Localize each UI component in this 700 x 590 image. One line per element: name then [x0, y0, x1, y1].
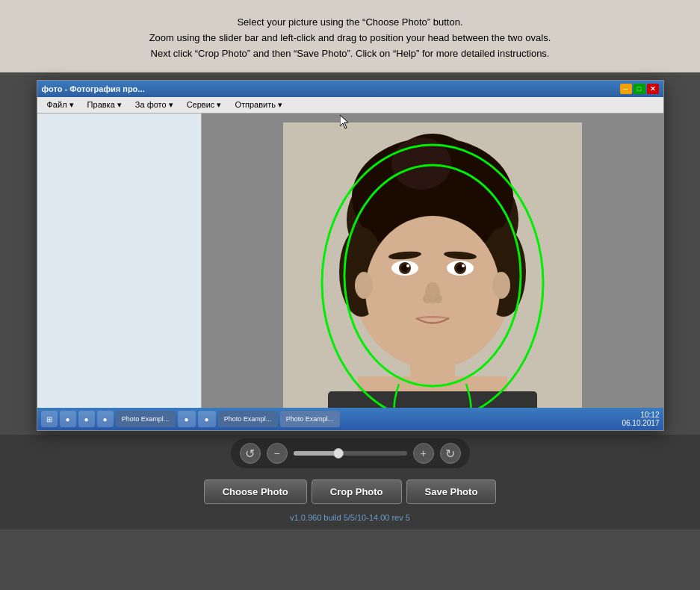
- app-content: [37, 114, 663, 430]
- photo-display-area[interactable]: [202, 114, 663, 430]
- app-menubar: Файл ▾ Правка ▾ За фото ▾ Сервис ▾ Отпра…: [37, 97, 663, 114]
- menu-edit[interactable]: Правка ▾: [81, 99, 128, 111]
- maximize-button[interactable]: □: [634, 84, 645, 94]
- taskbar-icon-4[interactable]: ●: [178, 411, 196, 427]
- menu-service[interactable]: Сервис ▾: [181, 99, 228, 111]
- svg-point-24: [423, 294, 432, 303]
- taskbar-icon-3[interactable]: ●: [97, 411, 114, 427]
- choose-photo-button[interactable]: Choose Photo: [204, 479, 307, 504]
- photo-svg: [283, 122, 582, 421]
- close-button[interactable]: ✕: [647, 84, 659, 94]
- bottom-buttons-area: Choose Photo Crop Photo Save Photo: [0, 472, 700, 510]
- instructions-panel: Select your picture using the “Choose Ph…: [0, 0, 700, 72]
- svg-point-22: [462, 264, 465, 267]
- app-window: фото - Фотография про... ─ □ ✕ Файл ▾ Пр…: [37, 80, 664, 431]
- crop-photo-button[interactable]: Crop Photo: [312, 479, 402, 504]
- minimize-button[interactable]: ─: [620, 84, 632, 94]
- taskbar-left: ⊞ ● ● ● Photo Exampl... ● ● Photo Exampl…: [41, 411, 340, 427]
- svg-point-26: [355, 272, 373, 299]
- taskbar-start[interactable]: ⊞: [41, 411, 58, 427]
- taskbar-time: 10:12 06.10.2017: [622, 411, 659, 427]
- version-area: v1.0.960 build 5/5/10-14.00 rev 5: [0, 510, 700, 530]
- menu-photo[interactable]: За фото ▾: [129, 99, 179, 111]
- taskbar-icon-5[interactable]: ●: [198, 411, 216, 427]
- app-title: фото - Фотография про...: [42, 84, 145, 93]
- taskbar-photo-example-3[interactable]: Photo Exampl...: [280, 411, 340, 427]
- taskbar-photo-example-1[interactable]: Photo Exampl...: [116, 411, 176, 427]
- menu-send[interactable]: Отправить ▾: [229, 99, 288, 111]
- menu-file[interactable]: Файл ▾: [41, 99, 80, 111]
- instruction-line-2: Zoom using the slider bar and left-click…: [22, 31, 678, 46]
- screenshot-area: фото - Фотография про... ─ □ ✕ Файл ▾ Пр…: [0, 72, 700, 435]
- taskbar-icon-2[interactable]: ●: [78, 411, 95, 427]
- instruction-line-1: Select your picture using the “Choose Ph…: [22, 15, 678, 31]
- left-panel: [37, 114, 202, 430]
- taskbar-right: 10:12 06.10.2017: [622, 411, 659, 427]
- zoom-in-button[interactable]: +: [413, 443, 434, 464]
- zoom-slider-track[interactable]: [294, 451, 407, 456]
- zoom-controls-area: ↺ − + ↻: [0, 435, 700, 472]
- instruction-line-3: Next click “Crop Photo” and then “Save P…: [22, 46, 678, 62]
- taskbar-photo-example-2[interactable]: Photo Exampl...: [218, 411, 278, 427]
- window-controls: ─ □ ✕: [620, 84, 659, 94]
- svg-point-25: [433, 294, 442, 303]
- taskbar-icon-1[interactable]: ●: [60, 411, 76, 427]
- zoom-slider-thumb[interactable]: [333, 448, 344, 459]
- zoom-out-button[interactable]: −: [267, 443, 288, 464]
- windows-taskbar: ⊞ ● ● ● Photo Exampl... ● ● Photo Exampl…: [37, 408, 663, 430]
- save-photo-button[interactable]: Save Photo: [406, 479, 497, 504]
- svg-point-21: [406, 264, 409, 267]
- zoom-bar: ↺ − + ↻: [231, 438, 470, 468]
- rotate-right-button[interactable]: ↻: [440, 443, 461, 464]
- version-label: v1.0.960 build 5/5/10-14.00 rev 5: [290, 513, 410, 522]
- svg-point-27: [492, 272, 510, 299]
- zoom-slider-fill: [294, 451, 339, 456]
- rotate-left-button[interactable]: ↺: [240, 443, 261, 464]
- app-titlebar: фото - Фотография про... ─ □ ✕: [37, 81, 663, 97]
